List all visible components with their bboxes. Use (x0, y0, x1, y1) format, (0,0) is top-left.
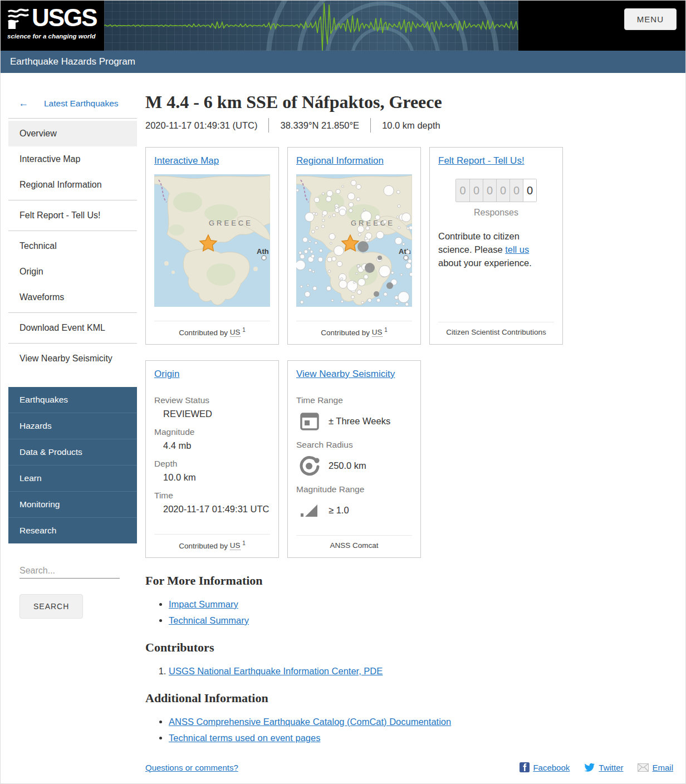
card-footer: Contributed by US 1 (154, 321, 270, 339)
contributor-abbr[interactable]: US (372, 328, 383, 337)
felt-report-text: Contribute to citizen science. Please te… (438, 230, 554, 270)
sidebar-item-research[interactable]: Research (8, 517, 137, 543)
sidebar-item-overview[interactable]: Overview (8, 121, 137, 146)
email-share-link[interactable]: Email (638, 763, 673, 772)
card-footer: ANSS Comcat (296, 535, 412, 552)
event-datetime: 2020-11-17 01:49:31 (UTC) (145, 120, 257, 131)
radius-icon (298, 454, 321, 477)
social-share-links: Facebook Twitter Email (520, 762, 673, 772)
field-label: Review Status (154, 395, 270, 405)
felt-report-link[interactable]: Felt Report - Tell Us! (438, 155, 525, 166)
arrow-left-icon: ← (18, 97, 28, 109)
seismograph-banner-image (104, 1, 518, 51)
event-coordinates: 38.339°N 21.850°E (280, 120, 359, 131)
origin-card: Origin Review Status REVIEWED Magnitude … (145, 360, 279, 558)
impact-summary-link[interactable]: Impact Summary (169, 599, 238, 609)
divider (370, 118, 371, 133)
calendar-icon (298, 410, 321, 432)
view-nearby-seismicity-link[interactable]: View Nearby Seismicity (296, 369, 395, 380)
back-to-latest-earthquakes-link[interactable]: ← Latest Earthquakes (8, 92, 137, 118)
usgs-event-page: USGS science for a changing world MENU E… (0, 0, 686, 784)
sidebar-item-regional-information[interactable]: Regional Information (8, 172, 137, 198)
search-radius-value: 250.0 km (329, 460, 366, 471)
counter-digit: 0 (509, 179, 523, 202)
map-country-label: GREECE (209, 219, 253, 227)
twitter-share-link[interactable]: Twitter (584, 762, 623, 772)
contributor-abbr[interactable]: US (230, 541, 241, 550)
regional-information-card: Regional Information GREECE (287, 147, 421, 345)
magnitude-icon (298, 499, 321, 521)
review-status-value: REVIEWED (163, 409, 270, 419)
technical-summary-link[interactable]: Technical Summary (169, 615, 249, 625)
contributor-abbr[interactable]: US (230, 328, 241, 337)
section-heading-contributors: Contributors (145, 640, 673, 655)
card-footer: Citizen Scientist Contributions (438, 322, 554, 339)
comcat-documentation-link[interactable]: ANSS Comprehensive Earthquake Catalog (C… (169, 717, 451, 727)
contributor-neic-link[interactable]: USGS National Earthquake Information Cen… (169, 666, 383, 676)
search-button[interactable]: SEARCH (19, 594, 83, 619)
map-country-label: GREECE (351, 219, 395, 227)
origin-link[interactable]: Origin (154, 369, 179, 380)
sidebar-item-technical[interactable]: Technical (8, 233, 137, 259)
waveform-trace (104, 3, 518, 51)
sidebar: ← Latest Earthquakes Overview Interactiv… (8, 92, 137, 784)
list-item: USGS National Earthquake Information Cen… (169, 666, 673, 677)
section-heading-additional-info: Additional Information (145, 691, 673, 705)
time-range-value: ± Three Weeks (329, 416, 390, 427)
usgs-logo-text: USGS (32, 6, 97, 30)
card-footer: Contributed by US 1 (154, 534, 270, 552)
back-link-label: Latest Earthquakes (44, 99, 119, 109)
technical-terms-link[interactable]: Technical terms used on event pages (169, 733, 320, 743)
facebook-share-link[interactable]: Facebook (520, 762, 570, 772)
tell-us-link[interactable]: tell us (505, 244, 529, 254)
counter-digit: 0 (523, 179, 536, 202)
site-nav: Earthquakes Hazards Data & Products Lear… (8, 387, 137, 543)
map-city-label: Ath (257, 247, 269, 256)
sidebar-item-origin[interactable]: Origin (8, 259, 137, 285)
event-depth: 10.0 km depth (382, 120, 440, 131)
field-label: Time Range (296, 395, 412, 405)
card-footer: Contributed by US 1 (296, 321, 412, 339)
page-title: M 4.4 - 6 km SSE of Náfpaktos, Greece (145, 92, 673, 112)
search-input[interactable] (19, 564, 120, 579)
usgs-tagline: science for a changing world (7, 33, 100, 40)
regional-map-thumbnail[interactable]: GREECE Ath (296, 174, 412, 307)
program-banner: Earthquake Hazards Program (1, 51, 685, 73)
section-heading-more-info: For More Information (145, 574, 673, 588)
sidebar-item-view-nearby-seismicity[interactable]: View Nearby Seismicity (8, 346, 137, 371)
usgs-logo[interactable]: USGS science for a changing world (1, 1, 104, 51)
interactive-map-card: Interactive Map (145, 147, 279, 345)
sidebar-item-download-kml[interactable]: Download Event KML (8, 315, 137, 341)
depth-value: 10.0 km (163, 472, 270, 483)
twitter-icon (584, 762, 595, 772)
site-header: USGS science for a changing world MENU (1, 1, 685, 51)
time-value: 2020-11-17 01:49:31 UTC (163, 504, 270, 514)
sidebar-item-data-products[interactable]: Data & Products (8, 439, 137, 465)
responses-counter: 0 0 0 0 0 0 (455, 179, 537, 202)
interactive-map-thumbnail[interactable]: GREECE Ath (154, 174, 270, 307)
sidebar-item-felt-report[interactable]: Felt Report - Tell Us! (8, 203, 137, 228)
regional-information-link[interactable]: Regional Information (296, 155, 384, 166)
responses-label: Responses (438, 208, 554, 218)
sidebar-item-waveforms[interactable]: Waveforms (8, 285, 137, 310)
counter-digit: 0 (496, 179, 509, 202)
sidebar-item-earthquakes[interactable]: Earthquakes (8, 387, 137, 413)
sidebar-item-interactive-map[interactable]: Interactive Map (8, 146, 137, 172)
usgs-wave-icon (7, 6, 30, 30)
field-label: Depth (154, 459, 270, 469)
questions-comments-link[interactable]: Questions or comments? (145, 763, 238, 772)
sidebar-item-learn[interactable]: Learn (8, 465, 137, 491)
email-icon (638, 763, 649, 772)
counter-digit: 0 (456, 179, 469, 202)
interactive-map-link[interactable]: Interactive Map (154, 155, 219, 166)
magnitude-range-value: ≥ 1.0 (329, 505, 349, 516)
field-label: Time (154, 491, 270, 501)
list-item: ANSS Comprehensive Earthquake Catalog (C… (169, 717, 673, 727)
sidebar-item-monitoring[interactable]: Monitoring (8, 491, 137, 517)
list-item: Technical Summary (169, 615, 673, 626)
field-label: Magnitude (154, 427, 270, 437)
event-summary-line: 2020-11-17 01:49:31 (UTC) 38.339°N 21.85… (145, 118, 673, 133)
counter-digit: 0 (483, 179, 496, 202)
menu-button[interactable]: MENU (624, 8, 677, 30)
sidebar-item-hazards[interactable]: Hazards (8, 413, 137, 439)
